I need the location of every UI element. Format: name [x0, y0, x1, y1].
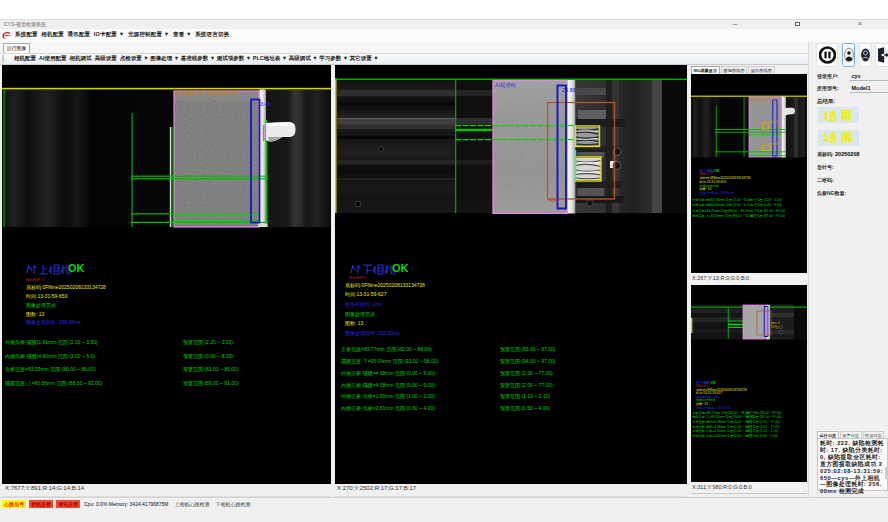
svg-text:23.86: 23.86	[562, 87, 576, 93]
svg-text:缺陷:2: 缺陷:2	[769, 120, 778, 124]
svg-text:NG:0: NG:0	[549, 199, 558, 203]
svg-text:缺陷:3: 缺陷:3	[769, 142, 778, 146]
svg-text:AI校准框: AI校准框	[495, 82, 517, 88]
svg-text:静态阈值:93, 动态阈值:100: 静态阈值:93, 动态阈值:100	[176, 89, 238, 96]
svg-text:3.48: 3.48	[260, 101, 271, 107]
svg-text:NG区: NG区	[771, 325, 780, 329]
svg-text:阈值:93,动态:100: 阈值:93,动态:100	[750, 98, 776, 102]
